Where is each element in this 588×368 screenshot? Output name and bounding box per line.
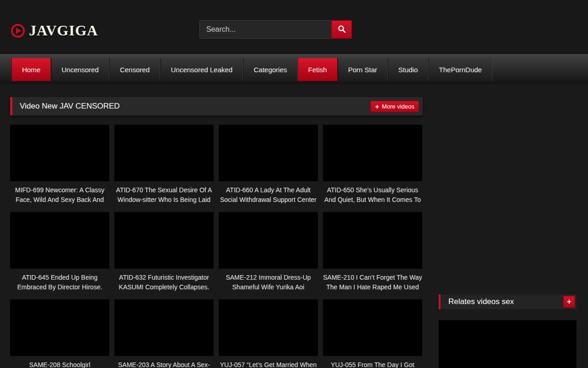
nav-item-studio[interactable]: Studio [388,58,429,81]
video-thumbnail[interactable] [219,299,318,356]
main-navbar: HomeUncensoredCensoredUncensored LeakedC… [0,54,588,84]
video-title: SAME-212 Immoral Dress-Up Shameful Wife … [219,273,318,292]
video-title: YUJ-057 “Let’s Get Married When [219,360,318,368]
video-title: YUJ-055 From The Day I Got [323,360,422,368]
video-thumbnail[interactable] [323,212,422,269]
video-thumbnail[interactable] [10,299,109,356]
video-title: SAME-210 I Can’t Forget The Way The Man … [323,273,422,292]
video-thumbnail[interactable] [114,299,214,356]
video-card[interactable]: SAME-212 Immoral Dress-Up Shameful Wife … [219,212,318,292]
site-logo[interactable]: JAVGIGA [11,22,98,39]
video-card[interactable]: SAME-208 Schoolgirl Confinement [10,299,109,368]
video-card[interactable]: YUJ-055 From The Day I Got [323,299,422,368]
site-logo-text: JAVGIGA [29,22,98,39]
nav-item-porn-star[interactable]: Porn Star [338,58,388,81]
video-grid: MIFD-699 Newcomer: A Classy Face, Wild A… [10,125,423,368]
video-title: ATID-670 The Sexual Desire Of A Window-s… [114,185,214,205]
video-card[interactable]: MIFD-699 Newcomer: A Classy Face, Wild A… [10,125,109,205]
video-title: SAME-208 Schoolgirl Confinement [10,360,109,368]
video-title: ATID-660 A Lady At The Adult Social With… [219,185,318,205]
video-thumbnail[interactable] [323,299,422,356]
related-sidebar: Relates videos sex + [439,294,577,368]
video-title: ATID-632 Futuristic Investigator KASUMI … [114,273,214,292]
video-title: ATID-650 She’s Usually Serious And Quiet… [323,185,422,205]
video-title: SAME-203 A Story About A Sex- [114,360,214,368]
video-thumbnail[interactable] [219,125,318,181]
site-header: JAVGIGA [0,0,588,54]
sidebar-video-thumbnail[interactable] [439,320,577,368]
video-thumbnail[interactable] [114,125,214,181]
plus-icon: + [567,298,571,306]
video-thumbnail[interactable] [10,125,109,181]
search-bar [199,20,352,39]
video-card[interactable]: ATID-645 Ended Up Being Embraced By Dire… [10,212,109,292]
search-button[interactable] [332,20,352,39]
nav-item-uncensored[interactable]: Uncensored [51,58,109,81]
video-card[interactable]: ATID-670 The Sexual Desire Of A Window-s… [114,125,214,205]
video-thumbnail[interactable] [10,212,109,269]
video-card[interactable]: SAME-203 A Story About A Sex- [114,299,214,368]
section-title: Video New JAV CENSORED [20,102,120,111]
nav-item-home[interactable]: Home [11,58,51,81]
more-videos-button[interactable]: + More videos [370,101,419,112]
nav-item-fetish[interactable]: Fetish [298,58,338,81]
video-card[interactable]: SAME-210 I Can’t Forget The Way The Man … [323,212,422,292]
nav-item-censored[interactable]: Censored [109,58,160,81]
video-card[interactable]: YUJ-057 “Let’s Get Married When [219,299,318,368]
main-content: Video New JAV CENSORED + More videos MIF… [10,97,423,368]
more-videos-label: More videos [382,103,414,110]
video-thumbnail[interactable] [114,212,214,269]
nav-item-uncensored-leaked[interactable]: Uncensored Leaked [160,58,243,81]
plus-icon: + [375,103,379,110]
video-title: MIFD-699 Newcomer: A Classy Face, Wild A… [10,185,109,205]
sidebar-expand-button[interactable]: + [563,296,575,308]
sidebar-title: Relates videos sex [448,297,514,306]
video-card[interactable]: ATID-632 Futuristic Investigator KASUMI … [114,212,214,292]
video-thumbnail[interactable] [219,212,318,269]
play-circle-icon [11,24,25,38]
video-card[interactable]: ATID-660 A Lady At The Adult Social With… [219,125,318,205]
video-title: ATID-645 Ended Up Being Embraced By Dire… [10,273,109,292]
search-input[interactable] [199,20,332,39]
section-header: Video New JAV CENSORED + More videos [10,97,423,115]
sidebar-header: Relates videos sex + [439,294,577,309]
nav-item-categories[interactable]: Categories [243,58,298,81]
video-card[interactable]: ATID-650 She’s Usually Serious And Quiet… [323,125,422,205]
video-thumbnail[interactable] [323,125,422,181]
magnifier-icon [338,25,346,34]
nav-item-theporndude[interactable]: ThePornDude [429,58,492,81]
